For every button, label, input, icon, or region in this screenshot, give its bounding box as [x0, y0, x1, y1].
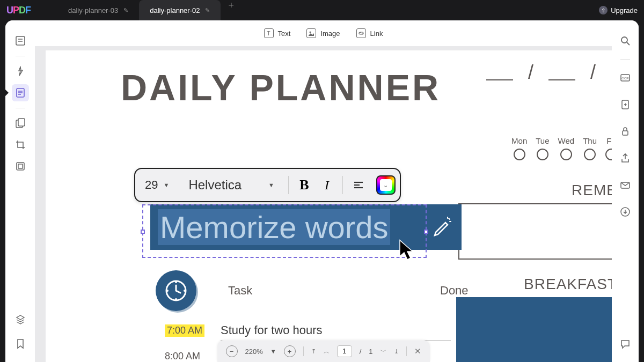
date-field: // [486, 61, 596, 84]
layers-button[interactable] [12, 311, 29, 328]
upgrade-label: Upgrade [611, 6, 638, 14]
link-icon [356, 28, 366, 38]
zoom-in-button[interactable]: + [284, 345, 296, 357]
task-column-header: Task [228, 284, 252, 298]
align-button[interactable] [347, 174, 370, 196]
left-tool-rail [5, 20, 35, 362]
radio-icon [560, 149, 572, 160]
task-time: 8:00 AM [165, 351, 224, 362]
radio-icon [514, 149, 525, 160]
upgrade-icon: ⇧ [599, 6, 608, 14]
organize-tool[interactable] [12, 115, 29, 132]
convert-button[interactable] [617, 96, 634, 113]
email-button[interactable] [617, 176, 634, 194]
zoom-value[interactable]: 220% [245, 348, 263, 356]
protect-button[interactable] [617, 123, 634, 140]
page-tool[interactable] [12, 158, 29, 175]
next-page-button[interactable]: ﹀ [380, 348, 386, 356]
search-button[interactable] [617, 32, 634, 49]
svg-rect-8 [18, 119, 25, 126]
comment-tool[interactable] [12, 63, 29, 80]
edit-toolbar: T Text Image Link [35, 20, 612, 46]
svg-rect-10 [18, 164, 23, 168]
italic-button[interactable]: I [316, 174, 338, 196]
task-text[interactable]: Study for two hours [221, 320, 451, 341]
chevron-down-icon: ▼ [163, 182, 169, 188]
bookmark-button[interactable] [12, 335, 29, 352]
text-format-toolbar: 29 ▼ Helvetica ▼ B I ⌄ [134, 168, 401, 202]
weekday-wed[interactable]: Wed [558, 136, 575, 160]
pencil-icon[interactable]: ✎ [205, 7, 210, 14]
resize-handle-right[interactable] [424, 230, 428, 234]
edit-tool[interactable] [12, 84, 29, 101]
svg-line-21 [627, 42, 630, 45]
weekday-thu[interactable]: Thu [583, 136, 597, 160]
font-size-select[interactable]: 29 ▼ [145, 178, 179, 192]
text-color-button[interactable]: ⌄ [376, 175, 396, 195]
link-label: Link [370, 29, 383, 38]
page-total: 1 [369, 348, 372, 356]
svg-point-15 [175, 298, 177, 300]
close-zoom-bar[interactable]: ✕ [414, 346, 421, 356]
svg-point-20 [621, 37, 627, 43]
pencil-icon[interactable]: ✎ [123, 7, 128, 14]
new-tab-button[interactable]: + [221, 0, 241, 20]
add-image-button[interactable]: Image [306, 28, 340, 38]
tab-document-2[interactable]: daliy-planner-02 ✎ [139, 0, 221, 20]
crop-tool[interactable] [12, 136, 29, 153]
tab-document-1[interactable]: daliy-planner-03 ✎ [57, 0, 139, 20]
ocr-button[interactable]: OCR [617, 69, 634, 86]
upgrade-button[interactable]: ⇧ Upgrade [599, 6, 638, 14]
zoom-out-button[interactable]: − [226, 345, 238, 357]
save-button[interactable] [617, 203, 634, 220]
tab-label: daliy-planner-03 [68, 6, 118, 14]
bold-button[interactable]: B [293, 174, 316, 196]
svg-text:OCR: OCR [621, 77, 629, 80]
title-bar: UPDF daliy-planner-03 ✎ daliy-planner-02… [0, 0, 644, 20]
selection-outline[interactable] [142, 204, 427, 258]
svg-point-13 [175, 281, 177, 283]
svg-point-16 [166, 290, 169, 292]
last-page-button[interactable]: ⤓ [394, 348, 399, 355]
app-frame: T Text Image Link DAILY PLANNER // Mon [5, 20, 639, 362]
zoom-bar: − 220% ▼ + ⤒ ︿ / 1 ﹀ ⤓ ✕ [217, 341, 430, 362]
add-link-button[interactable]: Link [356, 28, 383, 38]
add-text-button[interactable]: T Text [264, 28, 291, 38]
first-page-button[interactable]: ⤒ [311, 348, 316, 355]
image-icon [306, 28, 316, 38]
remember-heading: REME [572, 182, 612, 199]
weekday-fri[interactable]: Fri [605, 136, 612, 160]
font-family-select[interactable]: Helvetica ▼ [179, 178, 284, 193]
svg-point-11 [310, 32, 311, 33]
document-canvas[interactable]: DAILY PLANNER // Mon Tue Wed Thu Fri REM… [35, 46, 612, 362]
chevron-down-icon[interactable]: ▼ [270, 348, 276, 354]
radio-icon [584, 149, 596, 160]
radio-icon [537, 149, 548, 160]
resize-handle-left[interactable] [141, 230, 145, 234]
page-input[interactable] [337, 345, 352, 357]
right-tool-rail: OCR [612, 20, 639, 362]
tab-label: daliy-planner-02 [150, 6, 200, 14]
prev-page-button[interactable]: ︿ [324, 348, 330, 356]
radio-icon [605, 149, 612, 160]
ai-pencil-icon[interactable] [429, 214, 454, 239]
done-checkbox[interactable] [462, 324, 473, 336]
text-label: Text [278, 29, 291, 38]
app-logo: UPDF [6, 5, 31, 16]
svg-point-14 [184, 290, 186, 292]
breakfast-box [456, 297, 612, 362]
text-icon: T [264, 28, 274, 38]
weekday-mon[interactable]: Mon [511, 136, 527, 160]
task-time: 7:00 AM [165, 324, 204, 337]
page-separator: / [360, 348, 362, 356]
clock-icon [156, 270, 196, 311]
weekday-tue[interactable]: Tue [536, 136, 549, 160]
svg-rect-0 [16, 36, 25, 45]
breakfast-heading: BREAKFAST [524, 276, 612, 293]
reader-tool[interactable] [12, 32, 29, 49]
done-checkbox[interactable] [462, 350, 473, 362]
task-row: 7:00 AM Study for two hours [165, 317, 473, 343]
content-area: T Text Image Link DAILY PLANNER // Mon [35, 20, 612, 362]
chat-button[interactable] [617, 335, 634, 352]
share-button[interactable] [617, 150, 634, 167]
